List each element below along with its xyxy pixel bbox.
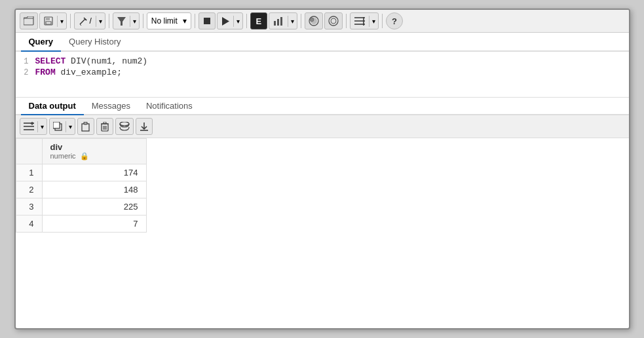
svg-rect-33 bbox=[104, 122, 106, 124]
query-tabs: Query Query History bbox=[16, 33, 629, 52]
sep7 bbox=[346, 14, 347, 28]
table-row: 2 148 bbox=[16, 181, 146, 198]
cell-rownum-3: 3 bbox=[16, 198, 42, 216]
output-tabs: Data output Messages Notifications bbox=[16, 98, 629, 115]
scratchpad-button[interactable] bbox=[305, 12, 323, 29]
tab-query[interactable]: Query bbox=[21, 33, 62, 52]
save-dropdown-group[interactable]: ▾ bbox=[39, 12, 67, 29]
results-table: div numeric 🔒 1 174 2 148 bbox=[16, 138, 147, 233]
svg-point-15 bbox=[310, 18, 314, 22]
svg-rect-8 bbox=[204, 18, 210, 24]
col-div-type: numeric 🔒 bbox=[50, 152, 138, 160]
sep2 bbox=[109, 14, 109, 28]
table-row: 3 225 bbox=[16, 198, 146, 216]
list-dropdown-group[interactable]: ▾ bbox=[350, 12, 379, 29]
line-number-1: 1 bbox=[16, 57, 35, 66]
run-dropdown-group[interactable]: ▾ bbox=[217, 12, 243, 29]
list-arrow-icon[interactable]: ▾ bbox=[369, 16, 378, 27]
line-2-rest: div_example; bbox=[56, 67, 122, 77]
open-folder-button[interactable] bbox=[20, 12, 38, 29]
svg-rect-10 bbox=[274, 21, 276, 26]
col-div-name: div bbox=[50, 142, 138, 152]
svg-rect-29 bbox=[82, 124, 89, 131]
output-toolbar: ▾ ▾ bbox=[16, 115, 629, 138]
cell-rownum-4: 4 bbox=[16, 216, 42, 233]
no-limit-label: No limit bbox=[151, 16, 178, 26]
no-limit-arrow-icon: ▾ bbox=[183, 16, 187, 26]
delete-button[interactable] bbox=[96, 118, 113, 135]
sep5 bbox=[246, 14, 247, 28]
chart-button[interactable] bbox=[269, 15, 288, 28]
copy-dropdown-group[interactable]: ▾ bbox=[49, 118, 75, 135]
download-button[interactable] bbox=[136, 118, 153, 135]
help-button[interactable]: ? bbox=[386, 12, 403, 29]
paste-button[interactable] bbox=[77, 118, 94, 135]
tab-data-output[interactable]: Data output bbox=[21, 98, 84, 115]
svg-rect-2 bbox=[46, 17, 50, 20]
explain-button[interactable]: E bbox=[250, 12, 267, 29]
chart-dropdown-group[interactable]: ▾ bbox=[269, 12, 297, 29]
copy-button[interactable] bbox=[50, 120, 66, 133]
add-row-arrow-icon[interactable]: ▾ bbox=[37, 121, 47, 132]
no-limit-selector[interactable]: No limit ▾ bbox=[147, 12, 191, 29]
svg-rect-12 bbox=[280, 17, 282, 26]
sql-editor[interactable]: 1 SELECT DIV(num1, num2) 2 FROM div_exam… bbox=[16, 52, 629, 98]
macros-button[interactable] bbox=[324, 12, 343, 29]
cell-rownum-1: 1 bbox=[16, 164, 42, 181]
svg-marker-7 bbox=[117, 17, 126, 26]
cell-div-4: 7 bbox=[42, 216, 146, 233]
tab-query-history[interactable]: Query History bbox=[61, 33, 128, 52]
run-play-button[interactable] bbox=[218, 15, 233, 28]
svg-point-37 bbox=[120, 122, 129, 126]
svg-rect-28 bbox=[53, 122, 60, 128]
svg-line-6 bbox=[80, 24, 81, 26]
copy-arrow-icon[interactable]: ▾ bbox=[66, 121, 75, 132]
svg-rect-11 bbox=[277, 19, 279, 26]
tab-notifications[interactable]: Notifications bbox=[138, 98, 200, 115]
sep6 bbox=[301, 14, 301, 28]
edit-pencil-button[interactable]: / bbox=[75, 14, 96, 28]
stop-button[interactable] bbox=[199, 12, 216, 29]
add-row-button[interactable] bbox=[20, 120, 37, 133]
sep3 bbox=[143, 14, 143, 28]
data-table-wrapper: div numeric 🔒 1 174 2 148 bbox=[16, 138, 629, 233]
svg-rect-30 bbox=[84, 122, 87, 124]
cell-div-2: 148 bbox=[42, 181, 146, 198]
edit-arrow-icon[interactable]: ▾ bbox=[96, 16, 105, 27]
import-button[interactable] bbox=[115, 118, 134, 135]
svg-marker-9 bbox=[222, 17, 229, 26]
filter-dropdown-group[interactable]: ▾ bbox=[113, 12, 140, 29]
svg-rect-0 bbox=[24, 18, 33, 25]
sep1 bbox=[70, 14, 71, 28]
table-row: 1 174 bbox=[16, 164, 146, 181]
filter-arrow-icon[interactable]: ▾ bbox=[130, 16, 139, 27]
save-button[interactable] bbox=[40, 14, 57, 28]
cell-div-1: 174 bbox=[42, 164, 146, 181]
svg-rect-3 bbox=[46, 22, 51, 24]
cell-div-3: 225 bbox=[42, 198, 146, 216]
line-code-2: FROM div_example; bbox=[35, 67, 629, 77]
lock-icon: 🔒 bbox=[80, 152, 89, 160]
line-number-2: 2 bbox=[16, 68, 35, 77]
main-window: ▾ / ▾ ▾ No limit ▾ bbox=[14, 9, 630, 329]
list-button[interactable] bbox=[350, 15, 369, 28]
col-header-div: div numeric 🔒 bbox=[42, 139, 146, 164]
keyword-select: SELECT bbox=[35, 56, 66, 66]
cell-rownum-2: 2 bbox=[16, 181, 42, 198]
line-1-rest: DIV(num1, num2) bbox=[66, 56, 147, 66]
col-header-rownum bbox=[16, 139, 42, 164]
sep4 bbox=[195, 14, 195, 28]
chart-arrow-icon[interactable]: ▾ bbox=[288, 16, 297, 27]
filter-button[interactable] bbox=[113, 15, 130, 28]
line-code-1: SELECT DIV(num1, num2) bbox=[35, 56, 629, 66]
run-arrow-icon[interactable]: ▾ bbox=[233, 16, 242, 27]
keyword-from: FROM bbox=[35, 67, 56, 77]
svg-line-4 bbox=[80, 19, 85, 24]
table-row: 4 7 bbox=[16, 216, 146, 233]
sep8 bbox=[382, 14, 383, 28]
add-row-dropdown-group[interactable]: ▾ bbox=[20, 118, 47, 135]
save-arrow-icon[interactable]: ▾ bbox=[57, 16, 66, 27]
tab-messages[interactable]: Messages bbox=[84, 98, 138, 115]
editor-line-1: 1 SELECT DIV(num1, num2) bbox=[16, 56, 629, 67]
edit-dropdown-group[interactable]: / ▾ bbox=[74, 12, 105, 29]
